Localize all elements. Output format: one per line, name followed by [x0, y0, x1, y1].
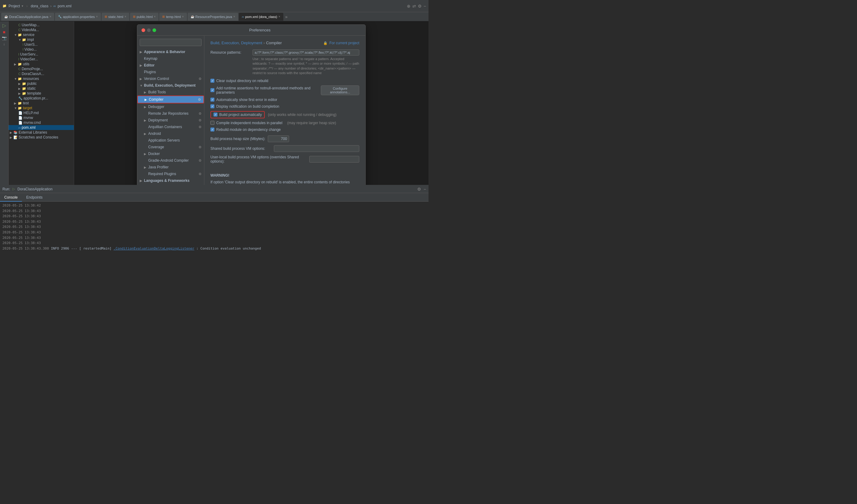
- heap-size-input[interactable]: [268, 135, 289, 142]
- tree-item-scratches[interactable]: ▶ 📝 Scratches and Consoles: [9, 135, 74, 140]
- checkbox-clear-output[interactable]: [211, 79, 214, 83]
- tab-app-properties[interactable]: 🔧 application.properties ×: [55, 13, 101, 21]
- nav-item-plugins[interactable]: Plugins: [137, 69, 204, 75]
- tree-item-mvnw[interactable]: 📄 mvnw: [9, 115, 74, 120]
- checkbox-rebuild[interactable]: [211, 128, 214, 132]
- search-input[interactable]: [140, 39, 202, 46]
- modal-titlebar: Preferences: [137, 25, 365, 36]
- breadcrumb-section[interactable]: Build, Execution, Deployment: [211, 40, 262, 45]
- tree-item-service[interactable]: ▼ 📁 service: [9, 32, 74, 37]
- tree-item-impl[interactable]: ▼ 📁 impl: [9, 37, 74, 42]
- tree-item-public[interactable]: ▶ 📁 public: [9, 81, 74, 86]
- maximize-button[interactable]: [152, 28, 156, 32]
- tree-item-mvnwcmd[interactable]: 📄 mvnw.cmd: [9, 120, 74, 125]
- tree-item-users[interactable]: I UserS...: [9, 42, 74, 47]
- project-label[interactable]: Project: [9, 4, 20, 8]
- nav-item-build-tools[interactable]: ▶ Build Tools: [137, 89, 204, 96]
- tab-temp-html[interactable]: ⊞ temp.html ×: [159, 13, 187, 21]
- run-close-icon[interactable]: −: [424, 187, 426, 191]
- toolbar-icon-1[interactable]: ⊕: [407, 4, 410, 9]
- nav-item-arquillian[interactable]: Arquillian Containers ⚙: [137, 123, 204, 130]
- nav-item-tools[interactable]: ▶ Tools: [137, 184, 204, 185]
- nav-item-required-plugins[interactable]: Required Plugins ⚙: [137, 170, 204, 177]
- tree-item-pomxml[interactable]: 𝑚 pom.xml: [9, 125, 74, 130]
- checkbox-show-error[interactable]: [211, 98, 214, 102]
- tab-dora-class-app[interactable]: ☕ DoraClassApplication.java ×: [1, 13, 54, 21]
- tree-item-usermap[interactable]: C UserMap...: [9, 22, 74, 28]
- nav-item-languages[interactable]: ▶ Languages & Frameworks: [137, 177, 204, 184]
- nav-item-debugger[interactable]: ▶ Debugger: [137, 103, 204, 110]
- toolbar-icon-2[interactable]: ⇄: [412, 4, 416, 9]
- console-tab-console[interactable]: Console: [0, 193, 22, 202]
- left-icon-down[interactable]: ↓: [3, 41, 5, 46]
- toolbar-icon-minus[interactable]: −: [424, 4, 426, 9]
- tab-pom-xml[interactable]: 𝑚 pom.xml (dora_class) ×: [239, 13, 283, 21]
- nav-item-compiler[interactable]: ▶ Compiler ⚙: [137, 96, 204, 103]
- nav-item-version-control[interactable]: ▶ Version Control ⚙: [137, 75, 204, 82]
- checkbox-runtime-assertions[interactable]: [211, 88, 214, 92]
- tab-static-html[interactable]: ⊞ static.html ×: [102, 13, 129, 21]
- checkbox-rebuild-label: Rebuild module on dependency change: [216, 128, 281, 132]
- tree-item-videoserv[interactable]: I VideoSer...: [9, 57, 74, 62]
- tree-item-external-libs[interactable]: ▶ 📚 External Libraries: [9, 130, 74, 135]
- tree-item-utils[interactable]: ▶ 📁 utils: [9, 62, 74, 67]
- tab-close-1[interactable]: ×: [96, 15, 98, 18]
- tree-item-demoproje[interactable]: C DemoProje...: [9, 67, 74, 71]
- nav-item-build-exec[interactable]: ▼ Build, Execution, Deployment: [137, 82, 204, 89]
- modal-overlay: Preferences ▶ Appearance & Behavior: [74, 21, 428, 185]
- nav-item-editor[interactable]: ▶ Editor: [137, 62, 204, 69]
- tab-close-5[interactable]: ×: [233, 15, 235, 18]
- tree-item-template[interactable]: ▶ 📁 template: [9, 91, 74, 96]
- tree-item-target[interactable]: ▼ 📁 target: [9, 105, 74, 111]
- resource-patterns-input[interactable]: [253, 49, 359, 55]
- left-icon-run[interactable]: ▷: [2, 22, 6, 28]
- left-icon-camera[interactable]: 📷: [2, 36, 7, 40]
- nav-item-remote-jar[interactable]: Remote Jar Repositories ⚙: [137, 110, 204, 117]
- minimize-button[interactable]: [147, 28, 151, 32]
- left-icon-stop[interactable]: ■: [3, 30, 5, 34]
- tree-item-appprops[interactable]: 🔧 application.pr...: [9, 96, 74, 101]
- tree-item-userserv[interactable]: I UserServ...: [9, 52, 74, 57]
- nav-item-appearance[interactable]: ▶ Appearance & Behavior: [137, 49, 204, 55]
- tab-public-html[interactable]: ⊞ public.html ×: [130, 13, 158, 21]
- log-link[interactable]: .ConditionEvaluationDeltaLoggingListener: [114, 247, 194, 251]
- run-settings-icon[interactable]: ⚙: [417, 187, 421, 191]
- sidebar-tree: C UserMap... C VideoMa... ▼ 📁 service ▼: [9, 21, 74, 185]
- tree-item-doraclassa[interactable]: C DoraClassA...: [9, 71, 74, 76]
- traffic-lights: [141, 28, 156, 32]
- tree-item-helpmd[interactable]: 📄 HELP.md: [9, 111, 74, 115]
- tree-item-static[interactable]: ▶ 📁 static: [9, 86, 74, 91]
- tab-resource-properties[interactable]: ☕ ResourceProperties.java ×: [188, 13, 238, 21]
- nav-item-android[interactable]: ▶ Android: [137, 130, 204, 137]
- tree-item-videos[interactable]: I Video...: [9, 47, 74, 52]
- tab-close-3[interactable]: ×: [154, 15, 156, 18]
- configure-annotations-button[interactable]: Configure annotations...: [321, 85, 359, 95]
- tab-close-6[interactable]: ×: [279, 15, 280, 18]
- tree-item-test[interactable]: ▶ 📁 test: [9, 101, 74, 105]
- user-vm-input[interactable]: [309, 156, 359, 163]
- shared-vm-input[interactable]: [274, 145, 359, 152]
- tree-item-videoma[interactable]: C VideoMa...: [9, 28, 74, 32]
- nav-item-java-profiler[interactable]: ▶ Java Profiler: [137, 164, 204, 170]
- tab-overflow[interactable]: »: [285, 14, 288, 19]
- nav-item-coverage[interactable]: Coverage ⚙: [137, 144, 204, 150]
- nav-item-keymap[interactable]: Keymap: [137, 55, 204, 62]
- for-current-project-link[interactable]: 🔒 For current project: [323, 41, 359, 45]
- nav-item-deployment[interactable]: ▶ Deployment ⚙: [137, 117, 204, 123]
- tree-item-resources[interactable]: ▼ 📁 resources: [9, 76, 74, 81]
- toolbar-icon-gear[interactable]: ⚙: [418, 4, 422, 9]
- tab-close-4[interactable]: ×: [182, 15, 184, 18]
- build-auto-note: (only works while not running / debuggin…: [268, 113, 336, 117]
- tab-close-0[interactable]: ×: [49, 15, 51, 18]
- nav-item-app-servers[interactable]: Application Servers: [137, 137, 204, 144]
- checkbox-build-auto[interactable]: [214, 113, 217, 117]
- console-tab-endpoints[interactable]: Endpoints: [22, 193, 47, 202]
- tab-close-2[interactable]: ×: [124, 15, 126, 18]
- checkbox-parallel[interactable]: [211, 121, 214, 125]
- dropdown-arrow[interactable]: ▾: [22, 4, 23, 7]
- run-icon: ▷: [13, 187, 15, 191]
- nav-item-gradle-android[interactable]: Gradle-Android Compiler ⚙: [137, 157, 204, 164]
- nav-item-docker[interactable]: ▶ Docker: [137, 150, 204, 157]
- checkbox-notification[interactable]: [211, 104, 214, 108]
- close-button[interactable]: [141, 28, 145, 32]
